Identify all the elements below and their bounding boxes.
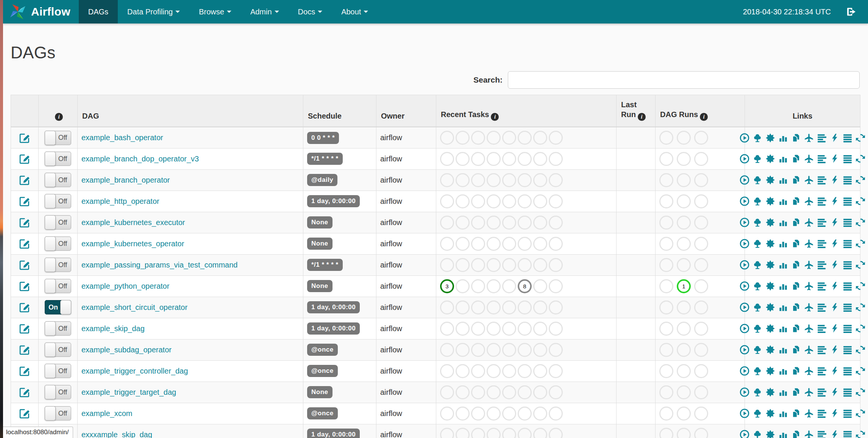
gantt-icon[interactable] (817, 175, 827, 185)
landing-times-icon[interactable] (804, 260, 814, 270)
tree-view-icon[interactable] (752, 133, 762, 143)
trigger-dag-icon[interactable] (740, 260, 749, 270)
task-tries-icon[interactable] (791, 324, 801, 333)
refresh-icon[interactable] (856, 387, 865, 397)
details-icon[interactable] (843, 196, 852, 206)
tree-view-icon[interactable] (752, 408, 762, 418)
task-state-circle[interactable]: 3 (440, 279, 454, 293)
landing-times-icon[interactable] (804, 281, 814, 291)
edit-dag-icon[interactable] (19, 238, 30, 249)
task-tries-icon[interactable] (791, 408, 801, 418)
dag-link[interactable]: example_http_operator (81, 197, 159, 205)
tree-view-icon[interactable] (752, 324, 762, 333)
edit-dag-icon[interactable] (19, 344, 30, 355)
dag-pause-toggle[interactable]: Off (45, 343, 71, 357)
graph-view-icon[interactable] (765, 387, 775, 397)
tree-view-icon[interactable] (752, 175, 762, 185)
landing-times-icon[interactable] (804, 302, 814, 312)
code-icon[interactable] (830, 133, 840, 143)
details-icon[interactable] (843, 345, 852, 355)
dag-pause-toggle[interactable]: Off (45, 321, 71, 336)
dag-link[interactable]: example_short_circuit_operator (81, 303, 187, 311)
task-duration-icon[interactable] (778, 133, 788, 143)
dag-pause-toggle[interactable]: Off (45, 194, 71, 208)
gantt-icon[interactable] (817, 302, 827, 312)
dag-pause-toggle[interactable]: Off (45, 215, 71, 230)
details-icon[interactable] (843, 430, 852, 438)
schedule-badge[interactable]: @once (307, 344, 338, 356)
code-icon[interactable] (830, 430, 840, 438)
dag-link[interactable]: example_subdag_operator (81, 346, 172, 354)
gantt-icon[interactable] (817, 239, 827, 249)
logout-icon[interactable] (846, 6, 857, 17)
task-duration-icon[interactable] (778, 175, 788, 185)
dag-pause-toggle[interactable]: Off (45, 279, 71, 293)
dag-pause-toggle[interactable]: Off (45, 258, 71, 272)
task-tries-icon[interactable] (791, 302, 801, 312)
dag-link[interactable]: example_kubernetes_executor (81, 218, 185, 227)
gantt-icon[interactable] (817, 345, 827, 355)
task-duration-icon[interactable] (778, 281, 788, 291)
details-icon[interactable] (843, 281, 852, 291)
dag-pause-toggle[interactable]: Off (45, 236, 71, 251)
task-duration-icon[interactable] (778, 260, 788, 270)
task-tries-icon[interactable] (791, 260, 801, 270)
graph-view-icon[interactable] (765, 430, 775, 438)
code-icon[interactable] (830, 345, 840, 355)
refresh-icon[interactable] (856, 239, 865, 249)
schedule-badge[interactable]: None (307, 386, 333, 398)
graph-view-icon[interactable] (765, 302, 775, 312)
dag-link[interactable]: exxxample_skip_dag (81, 430, 152, 438)
tree-view-icon[interactable] (752, 387, 762, 397)
dag-pause-toggle[interactable]: Off (45, 173, 71, 187)
refresh-icon[interactable] (856, 345, 865, 355)
details-icon[interactable] (843, 324, 852, 333)
dag-pause-toggle[interactable]: Off (45, 152, 71, 166)
refresh-icon[interactable] (856, 196, 865, 206)
trigger-dag-icon[interactable] (740, 324, 749, 333)
details-icon[interactable] (843, 133, 852, 143)
gantt-icon[interactable] (817, 217, 827, 227)
edit-dag-icon[interactable] (19, 196, 30, 207)
landing-times-icon[interactable] (804, 133, 814, 143)
graph-view-icon[interactable] (765, 281, 775, 291)
schedule-badge[interactable]: 1 day, 0:00:00 (307, 301, 360, 313)
tree-view-icon[interactable] (752, 281, 762, 291)
details-icon[interactable] (843, 408, 852, 418)
edit-dag-icon[interactable] (19, 259, 30, 271)
details-icon[interactable] (843, 366, 852, 376)
graph-view-icon[interactable] (765, 408, 775, 418)
code-icon[interactable] (830, 302, 840, 312)
gantt-icon[interactable] (817, 324, 827, 333)
task-duration-icon[interactable] (778, 408, 788, 418)
code-icon[interactable] (830, 281, 840, 291)
edit-dag-icon[interactable] (19, 132, 30, 144)
graph-view-icon[interactable] (765, 239, 775, 249)
refresh-icon[interactable] (856, 302, 865, 312)
trigger-dag-icon[interactable] (740, 408, 749, 418)
dag-pause-toggle[interactable]: Off (45, 364, 71, 378)
graph-view-icon[interactable] (765, 260, 775, 270)
dag-run-state-circle[interactable]: 1 (677, 279, 691, 293)
edit-dag-icon[interactable] (19, 386, 30, 398)
dag-link[interactable]: example_trigger_controller_dag (81, 367, 188, 375)
landing-times-icon[interactable] (804, 217, 814, 227)
trigger-dag-icon[interactable] (740, 387, 749, 397)
task-tries-icon[interactable] (791, 239, 801, 249)
task-duration-icon[interactable] (778, 366, 788, 376)
details-icon[interactable] (843, 175, 852, 185)
landing-times-icon[interactable] (804, 175, 814, 185)
tree-view-icon[interactable] (752, 430, 762, 438)
dag-link[interactable]: example_xcom (81, 409, 133, 418)
nav-item-dags[interactable]: DAGs (79, 0, 118, 23)
task-tries-icon[interactable] (791, 366, 801, 376)
tree-view-icon[interactable] (752, 260, 762, 270)
code-icon[interactable] (830, 239, 840, 249)
info-icon[interactable]: i (491, 113, 499, 121)
refresh-icon[interactable] (856, 430, 865, 438)
task-tries-icon[interactable] (791, 196, 801, 206)
tree-view-icon[interactable] (752, 196, 762, 206)
edit-dag-icon[interactable] (19, 323, 30, 334)
edit-dag-icon[interactable] (19, 174, 30, 186)
nav-item-browse[interactable]: Browse (189, 0, 241, 23)
